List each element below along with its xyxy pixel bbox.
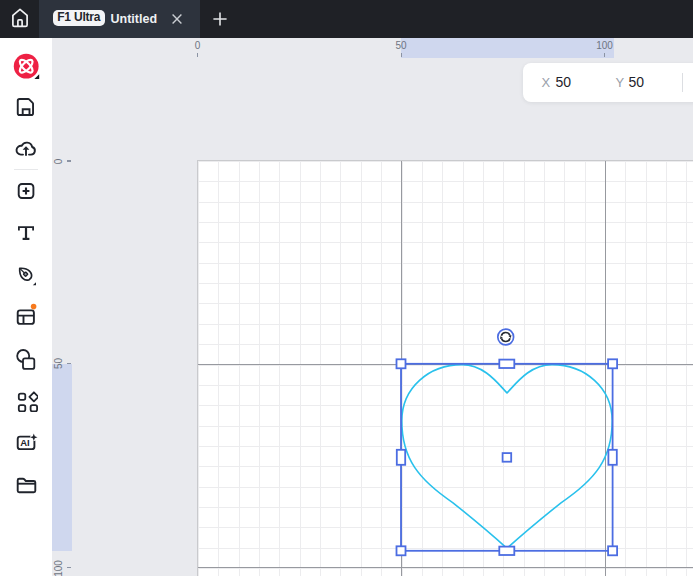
svg-text:AI: AI	[20, 437, 30, 448]
